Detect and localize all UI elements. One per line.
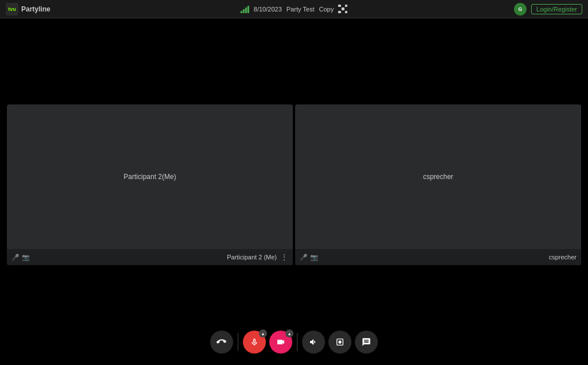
topbar-right: G Login/Register xyxy=(514,3,582,15)
video-bar-p2: 🎤 📷 csprecher xyxy=(295,249,581,265)
mic-icon xyxy=(250,337,259,347)
video-panel-participant1: Participant 2(Me) 🎤 📷 Participant 2 (Me)… xyxy=(7,104,293,265)
party-date: 8/10/2023 xyxy=(254,6,282,13)
svg-point-1 xyxy=(338,340,341,343)
qr-icon[interactable] xyxy=(338,5,347,14)
avatar: G xyxy=(514,3,527,15)
mic-icon-p2: 🎤 xyxy=(300,254,308,261)
copy-button[interactable]: Copy xyxy=(319,6,334,13)
video-icons-p2: 🎤 📷 xyxy=(300,254,318,261)
mic-chevron-icon[interactable]: ▲ xyxy=(259,329,267,337)
camera-chevron-icon[interactable]: ▲ xyxy=(285,329,293,337)
video-content-p1: Participant 2(Me) xyxy=(7,104,293,249)
divider-1 xyxy=(238,333,238,351)
video-content-p2: csprecher xyxy=(295,104,581,249)
signal-icon xyxy=(241,5,249,13)
record-button[interactable] xyxy=(328,331,351,354)
topbar: tvu Partyline 8/10/2023 Party Test Copy … xyxy=(0,0,588,18)
participant-bar-label-p2: csprecher xyxy=(549,254,577,261)
divider-2 xyxy=(297,333,297,351)
topbar-center: 8/10/2023 Party Test Copy xyxy=(241,5,347,14)
video-panel-participant2: csprecher 🎤 📷 csprecher xyxy=(295,104,581,265)
chat-icon xyxy=(362,337,371,347)
cam-icon-p2: 📷 xyxy=(310,254,318,261)
video-grid: Participant 2(Me) 🎤 📷 Participant 2 (Me)… xyxy=(7,104,581,265)
video-icons-p1: 🎤 📷 xyxy=(11,254,30,261)
camera-button[interactable]: ▲ xyxy=(269,331,292,354)
participant-name-p1: Participant 2(Me) xyxy=(123,173,176,181)
speaker-icon xyxy=(309,337,318,347)
party-name: Party Test xyxy=(287,6,315,13)
video-bar-p1: 🎤 📷 Participant 2 (Me) ⋮ xyxy=(7,249,293,265)
participant-name-p2: csprecher xyxy=(423,173,454,181)
camera-icon xyxy=(276,337,285,347)
cam-icon-p1: 📷 xyxy=(22,254,30,261)
more-options-p1[interactable]: ⋮ xyxy=(280,253,288,262)
record-icon xyxy=(335,337,345,347)
login-register-button[interactable]: Login/Register xyxy=(531,4,582,14)
end-call-icon xyxy=(216,337,227,347)
end-call-button[interactable] xyxy=(210,331,233,354)
logo-icon: tvu xyxy=(6,3,18,15)
mic-button[interactable]: ▲ xyxy=(243,331,266,354)
logo-area: tvu Partyline xyxy=(6,3,51,15)
app-name: Partyline xyxy=(21,5,51,13)
main-content: Participant 2(Me) 🎤 📷 Participant 2 (Me)… xyxy=(0,18,588,365)
mic-icon-p1: 🎤 xyxy=(11,254,20,261)
participant-bar-label-p1: Participant 2 (Me) xyxy=(227,254,277,261)
chat-button[interactable] xyxy=(355,331,378,354)
bottom-controls: ▲ ▲ xyxy=(210,331,378,354)
speaker-button[interactable] xyxy=(302,331,325,354)
